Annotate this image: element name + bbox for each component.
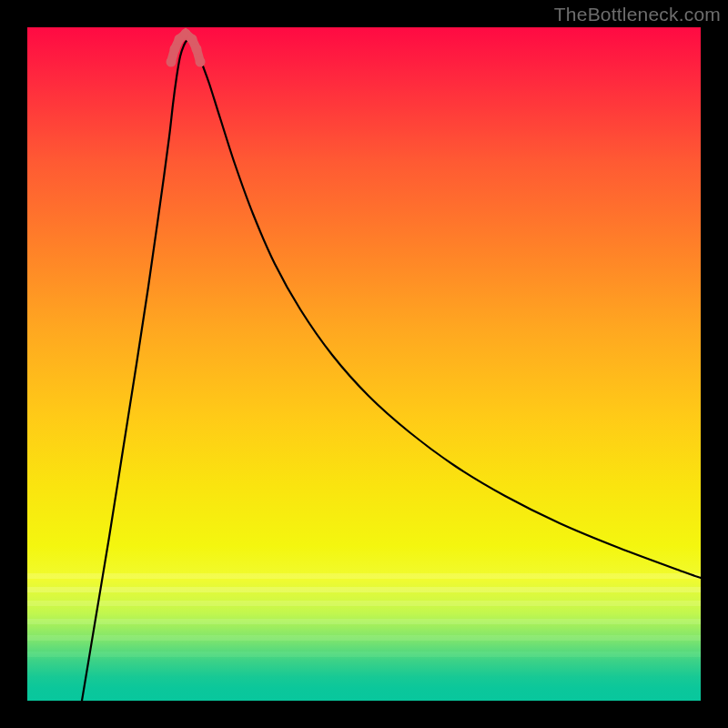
plot-area (27, 27, 701, 701)
svg-point-0 (167, 57, 177, 67)
svg-point-1 (170, 45, 180, 55)
svg-point-4 (187, 35, 197, 45)
svg-point-5 (192, 45, 202, 55)
watermark-text: TheBottleneck.com (554, 4, 721, 25)
svg-point-6 (196, 57, 206, 67)
bottleneck-curve (27, 27, 701, 701)
